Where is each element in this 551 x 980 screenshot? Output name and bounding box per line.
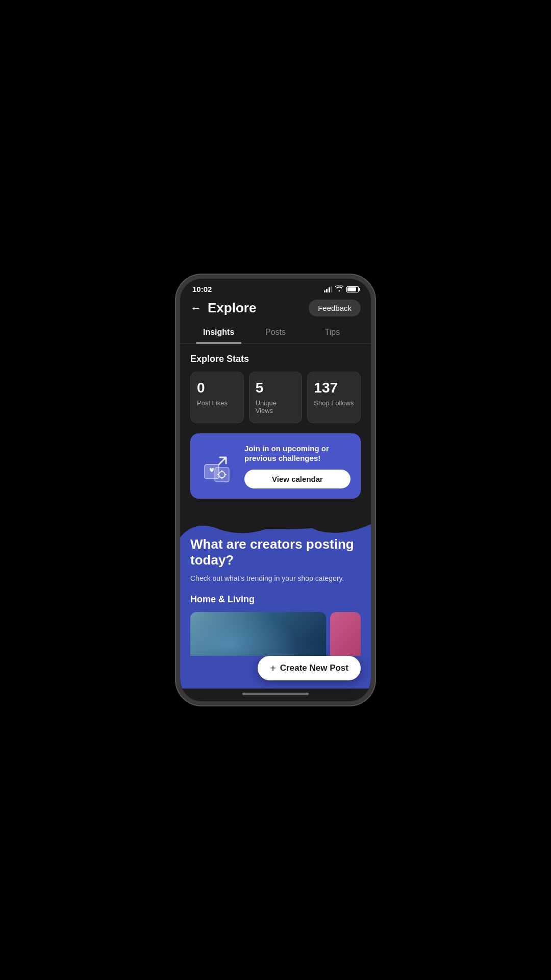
trending-subtitle: Check out what's trending in your shop c… [190, 573, 361, 584]
wifi-icon [335, 285, 343, 293]
feedback-button[interactable]: Feedback [309, 300, 361, 316]
trending-section: What are creators posting today? Check o… [180, 519, 371, 656]
notch [245, 279, 306, 293]
post-thumbnail-main[interactable] [190, 612, 326, 656]
stat-shop-follows: 137 Shop Follows [307, 372, 361, 423]
phone-screen: 10:02 [180, 279, 371, 701]
explore-stats-section: Explore Stats 0 Post Likes 5 Unique View… [180, 344, 371, 423]
battery-icon [346, 286, 359, 292]
create-post-label: Create New Post [280, 663, 348, 673]
challenge-title: Join in on upcoming or previous challeng… [244, 444, 350, 463]
signal-icon [324, 286, 333, 292]
shop-follows-number: 137 [314, 380, 354, 396]
phone-frame: 10:02 [176, 275, 375, 705]
tab-posts[interactable]: Posts [247, 323, 304, 343]
explore-stats-title: Explore Stats [190, 354, 361, 364]
post-likes-label: Post Likes [197, 399, 237, 407]
tab-tips[interactable]: Tips [304, 323, 361, 343]
challenge-icon [201, 448, 236, 484]
challenge-banner: Join in on upcoming or previous challeng… [190, 433, 361, 499]
svg-rect-1 [215, 468, 229, 482]
tabs-bar: Insights Posts Tips [180, 323, 371, 344]
home-indicator [180, 689, 371, 701]
trending-title: What are creators posting today? [190, 536, 361, 568]
header: ← Explore Feedback [180, 296, 371, 323]
mute-button [176, 350, 177, 366]
stat-unique-views: 5 Unique Views [249, 372, 303, 423]
post-image-main [190, 612, 326, 656]
header-left: ← Explore [190, 300, 256, 316]
post-thumbnail-secondary[interactable] [330, 612, 361, 656]
page-title: Explore [208, 300, 256, 316]
screen-content[interactable]: ← Explore Feedback Insights Posts Tips [180, 296, 371, 656]
home-bar [242, 693, 309, 695]
stats-grid: 0 Post Likes 5 Unique Views 137 Shop Fol… [190, 372, 361, 423]
status-time: 10:02 [192, 285, 212, 293]
unique-views-number: 5 [256, 380, 296, 396]
plus-icon: + [270, 663, 276, 673]
volume-up-button [176, 373, 177, 404]
shop-follows-label: Shop Follows [314, 399, 354, 407]
volume-down-button [176, 410, 177, 441]
trending-content: What are creators posting today? Check o… [190, 531, 361, 656]
wave-spacer [180, 509, 371, 519]
fab-area: + Create New Post [180, 656, 371, 689]
status-icons [324, 285, 359, 293]
challenge-content: Join in on upcoming or previous challeng… [244, 444, 350, 488]
power-button [374, 376, 375, 416]
tab-insights[interactable]: Insights [190, 323, 247, 343]
back-button[interactable]: ← [190, 302, 202, 315]
view-calendar-button[interactable]: View calendar [244, 470, 350, 488]
posts-row [190, 612, 361, 656]
category-title: Home & Living [190, 594, 361, 605]
create-post-button[interactable]: + Create New Post [258, 656, 361, 680]
post-likes-number: 0 [197, 380, 237, 396]
unique-views-label: Unique Views [256, 399, 296, 414]
stat-post-likes: 0 Post Likes [190, 372, 244, 423]
